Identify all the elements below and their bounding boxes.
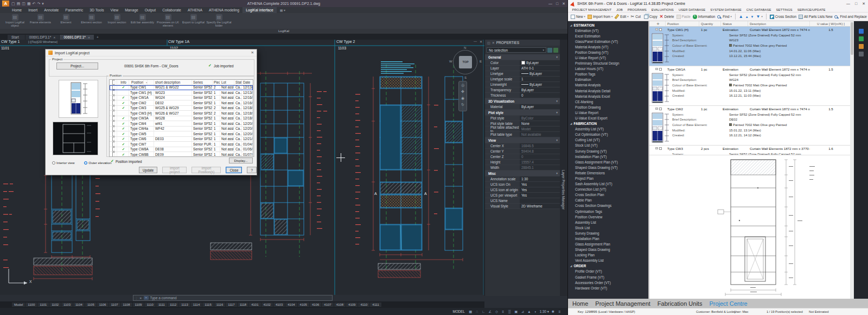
panel-icon[interactable] (859, 52, 864, 56)
layout-tab[interactable]: 1102 (49, 303, 61, 307)
osnap-icon[interactable]: ◇ (494, 310, 499, 313)
section-collapse-icon[interactable]: ▾ (556, 171, 560, 176)
sidebar-group-estimation[interactable]: ◢ESTIMATION (568, 22, 648, 28)
ribbon-tab[interactable]: Insert (25, 7, 41, 13)
ribbon-tab[interactable]: 3D Tools (86, 7, 107, 13)
position-table-row[interactable]: ✓ Type CW8B DE09 Senior SF52... 1 Not as… (110, 152, 253, 157)
file-tab[interactable]: 00691.DP3.1*✕ (25, 35, 60, 40)
sidebar-item[interactable]: Material Analysis (568, 83, 648, 88)
property-row[interactable]: Center X 16846.5 ▾ (485, 143, 560, 149)
col-position[interactable]: Position (666, 21, 699, 26)
layout-tab[interactable]: 1111 (156, 303, 167, 307)
sidebar-item[interactable]: U-Value Report (VT) (568, 55, 648, 60)
close-button[interactable]: Close (226, 167, 242, 173)
file-tab-close-icon[interactable]: ✕ (53, 36, 55, 39)
layout-tab[interactable]: 1108 (121, 303, 132, 307)
property-value[interactable]: 28845.1 (520, 165, 560, 170)
workspace-icon[interactable]: ◐ (533, 310, 538, 313)
ribbon-button[interactable]: ▤ Element (53, 14, 79, 29)
full-nav-wheel-icon[interactable]: ◎ (461, 83, 464, 87)
row-checkbox[interactable] (110, 152, 117, 157)
layout-tab[interactable]: 1117 (226, 303, 237, 307)
close-icon[interactable]: ✕ (562, 2, 565, 6)
row-checkbox[interactable] (110, 106, 117, 111)
new-button[interactable]: New▾ (571, 15, 585, 19)
property-row[interactable]: Transparency ByLayer ▾ (485, 87, 560, 93)
position-table-row[interactable]: Type CW3 (H) WG26 & WG27 Senior SF52... … (110, 111, 253, 116)
properties-panel-header[interactable]: ◫ ✕ PROPERTIES (485, 40, 560, 46)
sidebar-item[interactable]: Preliminary Structural Design (568, 61, 648, 66)
pin-column-icon[interactable]: ✛ (649, 21, 666, 26)
outline-preview[interactable] (53, 122, 98, 155)
property-value[interactable]: ByLayer (520, 60, 560, 65)
layout-tab[interactable]: 1109 (133, 303, 144, 307)
row-checkbox[interactable] (659, 68, 662, 71)
sidebar-item[interactable]: Accessories Order (VT) (568, 280, 648, 285)
palette-dock-icon[interactable]: ◫ (487, 41, 490, 45)
position-table-row[interactable]: ✓ Type CW6 DE03 Senior SF52... 1 Not ass… (110, 137, 253, 142)
positions-header[interactable]: ✛ Position Quantity Status Description U… (649, 21, 850, 27)
cross-section-button[interactable]: Cross Section (770, 15, 796, 19)
save-icon[interactable]: ◫ (22, 2, 25, 6)
viewport-controls[interactable]: [-][Top][2D Wireframe] (28, 40, 58, 43)
row-checkbox[interactable] (110, 90, 117, 95)
sidebar-item[interactable]: Installation Plan (VT) (568, 154, 648, 159)
menu-item[interactable]: PROJECT MANAGEMENT (570, 8, 614, 11)
sidebar-item[interactable]: CE-Marking (568, 99, 648, 104)
move-bottom-button[interactable]: ▼▾ (756, 15, 763, 19)
menu-item[interactable]: USER DATABASE (676, 8, 707, 11)
layer-properties-manager-tab[interactable]: Layer Properties Manager (561, 170, 565, 210)
property-row[interactable]: Thickness 0 ▾ (485, 93, 560, 98)
zoom-icon[interactable]: ◉ (461, 96, 464, 100)
all-parts-lists-button[interactable]: All Parts Lists New (799, 15, 833, 19)
new-file-icon[interactable]: ▢ (11, 2, 15, 6)
sidebar-item[interactable]: Position Tags (568, 72, 648, 77)
maximize-icon[interactable]: □ (556, 2, 558, 6)
logikal-title-bar[interactable]: SHSK 6th Form - CW & Doors - LogiKal 11.… (568, 0, 868, 7)
sidebar-item[interactable]: Hardware Order (VT) (568, 285, 648, 291)
sidebar-item[interactable]: Survey Drawing (VT) (568, 148, 648, 154)
layout-tab[interactable]: 1114 (191, 303, 202, 307)
menu-item[interactable]: SETTINGS (774, 8, 795, 11)
layout-tab[interactable]: 1107 (109, 303, 120, 307)
polar-tracking-icon[interactable]: ∠ (488, 310, 493, 313)
col-piece[interactable]: Piece (213, 80, 220, 85)
sidebar-item[interactable]: Position Overview (568, 214, 648, 219)
panel-icon[interactable] (859, 44, 864, 49)
row-checkbox[interactable] (659, 28, 662, 31)
row-checkbox[interactable] (110, 85, 117, 90)
position-table-row[interactable]: ✓ Type CW7 Senior PUR... 1 Not assi... C… (110, 142, 253, 147)
panel-icon[interactable] (859, 36, 864, 41)
sidebar-item[interactable]: Profile Order (VT) (568, 269, 648, 274)
palette-tab-strip[interactable]: Layer Properties Manager (560, 40, 567, 296)
new-drawing-tab-button[interactable]: + (94, 35, 101, 40)
row-checkbox[interactable] (659, 108, 662, 110)
viewcube-east[interactable]: E (480, 60, 482, 63)
property-row[interactable]: Color ByLayer ▾ (485, 60, 560, 66)
sidebar-item[interactable]: Material Analysis Excel (568, 93, 648, 99)
update-button[interactable]: Update (139, 167, 157, 173)
col-date[interactable]: Date (242, 80, 253, 85)
property-value[interactable]: ByColor (520, 116, 560, 121)
viewcube-south[interactable]: S (464, 76, 467, 79)
row-checkbox[interactable] (110, 137, 117, 142)
panel-icon[interactable] (859, 29, 864, 34)
doc-minimize-icon[interactable]: — (474, 40, 477, 43)
menu-item[interactable]: CNC DATABASE (744, 8, 774, 11)
module-tab[interactable]: Project Centre (709, 300, 747, 307)
select-all-checkbox[interactable] (110, 80, 117, 85)
sidebar-item[interactable]: Assembly List (568, 219, 648, 225)
property-row[interactable]: UCS icon at origin Yes ▾ (485, 187, 560, 193)
layout-tab[interactable]: 4111 (370, 303, 381, 307)
property-row[interactable]: Annotation scale 1:30 ▾ (485, 177, 560, 182)
sidebar-item[interactable]: Vent Assembly List (568, 258, 648, 263)
col-position[interactable]: Position ▴ (129, 80, 154, 85)
ribbon-button[interactable]: ▤ Processes on LK element (155, 14, 181, 29)
layout-tab[interactable]: 4109 (346, 303, 358, 307)
sidebar-item[interactable]: Project Plan (568, 175, 648, 181)
ribbon-button[interactable]: ▤ Import LogiKal object (2, 14, 28, 29)
position-table-row[interactable]: ✓ Type CW5 Senior SF52... 1 Not assi... … (110, 131, 253, 137)
property-row[interactable]: Material ByLayer ▾ (485, 104, 560, 110)
doc-close-icon[interactable]: ✕ (480, 40, 482, 43)
property-value[interactable]: ATH 0-1 (520, 66, 560, 71)
